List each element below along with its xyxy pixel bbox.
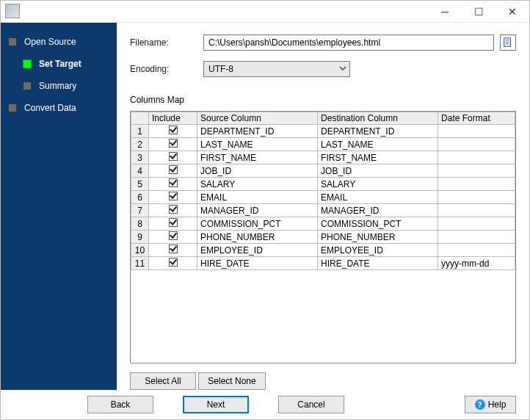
include-cell[interactable] (149, 178, 197, 191)
source-cell[interactable]: HIRE_DATE (197, 257, 318, 270)
datefmt-cell[interactable] (438, 164, 515, 178)
step-box-icon (23, 59, 32, 68)
table-row[interactable]: 3FIRST_NAMEFIRST_NAME (131, 151, 515, 164)
source-cell[interactable]: LAST_NAME (197, 138, 318, 151)
nav-label: Set Target (39, 59, 81, 69)
source-cell[interactable]: COMMISSION_PCT (197, 217, 318, 231)
checkbox-icon[interactable] (169, 192, 178, 200)
dest-cell[interactable]: FIRST_NAME (318, 151, 438, 164)
table-row[interactable]: 10EMPLOYEE_IDEMPLOYEE_ID (131, 244, 515, 257)
checkbox-icon[interactable] (169, 126, 178, 134)
dest-cell[interactable]: PHONE_NUMBER (318, 231, 438, 244)
dest-cell[interactable]: EMPLOYEE_ID (318, 244, 438, 257)
include-cell[interactable] (149, 191, 197, 204)
dest-cell[interactable]: LAST_NAME (318, 138, 438, 151)
source-cell[interactable]: SALARY (197, 178, 318, 191)
table-row[interactable]: 4JOB_IDJOB_ID (131, 164, 515, 178)
nav-set-target[interactable]: Set Target (23, 54, 117, 74)
help-button[interactable]: ? Help (465, 396, 516, 413)
row-number: 3 (131, 151, 149, 164)
table-row[interactable]: 7MANAGER_IDMANAGER_ID (131, 204, 515, 217)
col-include[interactable]: Include (149, 112, 197, 125)
dest-cell[interactable]: HIRE_DATE (318, 257, 438, 270)
datefmt-cell[interactable] (438, 204, 515, 217)
include-cell[interactable] (149, 244, 197, 257)
table-row[interactable]: 1DEPARTMENT_IDDEPARTMENT_ID (131, 125, 515, 138)
source-cell[interactable]: DEPARTMENT_ID (197, 125, 318, 138)
include-cell[interactable] (149, 151, 197, 164)
datefmt-cell[interactable] (438, 125, 515, 138)
columns-map-label: Columns Map (130, 95, 516, 105)
checkbox-icon[interactable] (169, 178, 178, 187)
checkbox-icon[interactable] (169, 165, 178, 174)
source-cell[interactable]: EMAIL (197, 191, 318, 204)
checkbox-icon[interactable] (169, 231, 178, 240)
select-all-button[interactable]: Select All (130, 372, 196, 390)
include-cell[interactable] (149, 204, 197, 217)
table-row[interactable]: 8COMMISSION_PCTCOMMISSION_PCT (131, 217, 515, 231)
dest-cell[interactable]: COMMISSION_PCT (318, 217, 438, 231)
dest-cell[interactable]: DEPARTMENT_ID (318, 125, 438, 138)
help-icon: ? (475, 399, 485, 410)
source-cell[interactable]: JOB_ID (197, 164, 318, 178)
next-button[interactable]: Next (183, 396, 249, 413)
filename-label: Filename: (130, 37, 203, 48)
table-row[interactable]: 2LAST_NAMELAST_NAME (131, 138, 515, 151)
datefmt-cell[interactable] (438, 138, 515, 151)
filename-row: Filename: (130, 35, 516, 51)
encoding-combo[interactable]: UTF-8 (203, 61, 350, 77)
checkbox-icon[interactable] (169, 152, 178, 161)
minimize-button[interactable]: ─ (428, 1, 462, 23)
cancel-button[interactable]: Cancel (278, 396, 344, 413)
checkbox-icon[interactable] (169, 258, 178, 267)
maximize-button[interactable]: ☐ (462, 1, 495, 23)
source-cell[interactable]: FIRST_NAME (197, 151, 318, 164)
step-box-icon (8, 104, 17, 112)
close-button[interactable]: ✕ (495, 1, 529, 23)
source-cell[interactable]: MANAGER_ID (197, 204, 318, 217)
checkbox-icon[interactable] (169, 139, 178, 148)
nav-open-source[interactable]: Open Source (8, 32, 117, 52)
back-button[interactable]: Back (87, 396, 153, 413)
row-number: 7 (131, 204, 149, 217)
columns-grid[interactable]: Include Source Column Destination Column… (130, 111, 516, 363)
step-box-icon (8, 37, 17, 46)
include-cell[interactable] (149, 231, 197, 244)
datefmt-cell[interactable] (438, 217, 515, 231)
include-cell[interactable] (149, 138, 197, 151)
col-source[interactable]: Source Column (197, 112, 318, 125)
grid-corner (131, 112, 149, 125)
checkbox-icon[interactable] (169, 245, 178, 253)
datefmt-cell[interactable] (438, 191, 515, 204)
dest-cell[interactable]: SALARY (318, 178, 438, 191)
col-datefmt[interactable]: Date Format (438, 112, 515, 125)
source-cell[interactable]: EMPLOYEE_ID (197, 244, 318, 257)
table-row[interactable]: 11HIRE_DATEHIRE_DATEyyyy-mm-dd (131, 257, 515, 270)
row-number: 9 (131, 231, 149, 244)
filename-input[interactable] (203, 35, 494, 51)
dest-cell[interactable]: JOB_ID (318, 164, 438, 178)
col-dest[interactable]: Destination Column (318, 112, 438, 125)
nav-summary[interactable]: Summary (23, 76, 117, 96)
include-cell[interactable] (149, 164, 197, 178)
browse-button[interactable] (500, 35, 516, 51)
checkbox-icon[interactable] (169, 218, 178, 227)
dest-cell[interactable]: EMAIL (318, 191, 438, 204)
datefmt-cell[interactable] (438, 151, 515, 164)
checkbox-icon[interactable] (169, 205, 178, 214)
table-row[interactable]: 6EMAILEMAIL (131, 191, 515, 204)
table-row[interactable]: 9PHONE_NUMBERPHONE_NUMBER (131, 231, 515, 244)
include-cell[interactable] (149, 125, 197, 138)
datefmt-cell[interactable] (438, 178, 515, 191)
table-row[interactable]: 5SALARYSALARY (131, 178, 515, 191)
select-none-button[interactable]: Select None (198, 372, 265, 390)
datefmt-cell[interactable] (438, 231, 515, 244)
include-cell[interactable] (149, 257, 197, 270)
nav-convert-data[interactable]: Convert Data (8, 98, 117, 118)
source-cell[interactable]: PHONE_NUMBER (197, 231, 318, 244)
datefmt-cell[interactable] (438, 244, 515, 257)
dest-cell[interactable]: MANAGER_ID (318, 204, 438, 217)
include-cell[interactable] (149, 217, 197, 231)
wizard-button-bar: Back Next Cancel ? Help (1, 390, 529, 419)
datefmt-cell[interactable]: yyyy-mm-dd (438, 257, 515, 270)
